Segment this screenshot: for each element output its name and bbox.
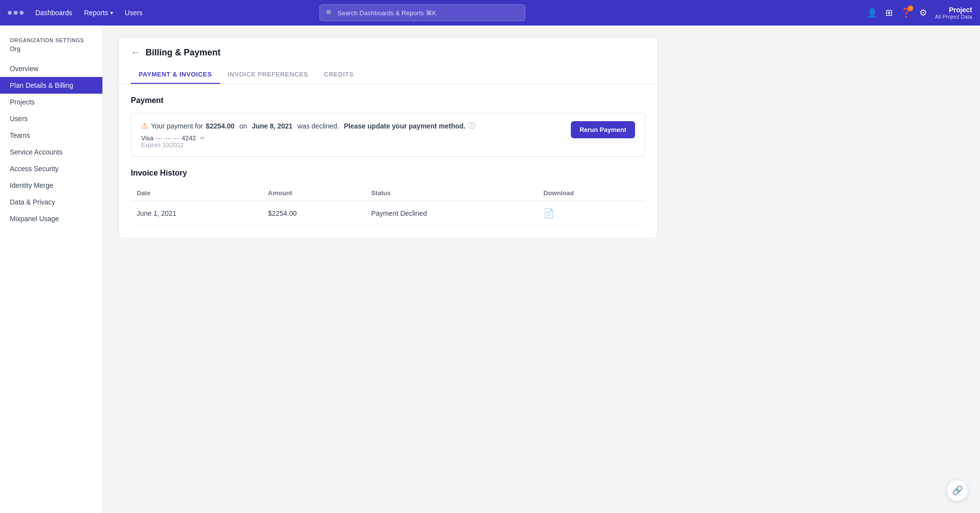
search-placeholder-text: Search Dashboards & Reports ⌘K <box>338 9 437 17</box>
invoice-status: Payment Declined <box>366 201 538 226</box>
alert-content: ⚠ Your payment for $2254.00 on June 8, 2… <box>141 121 563 149</box>
help-icon[interactable]: ❓ 7 <box>901 7 911 18</box>
download-icon[interactable]: 📄 <box>543 208 554 218</box>
payment-alert: ⚠ Your payment for $2254.00 on June 8, 2… <box>131 113 645 157</box>
alert-text-prefix: Your payment for <box>151 122 203 130</box>
alert-amount: $2254.00 <box>206 122 234 130</box>
sidebar-item-mixpanel-usage[interactable]: Mixpanel Usage <box>0 210 102 227</box>
search-icon: 🔍 <box>326 9 334 17</box>
alert-cta: Please update your payment method. <box>344 122 466 130</box>
fab-button[interactable]: 🔗 <box>947 480 968 501</box>
project-switcher[interactable]: Project All Project Data <box>935 6 972 20</box>
col-date: Date <box>131 185 262 201</box>
grid-icon[interactable]: ⊞ <box>885 7 893 18</box>
sidebar-item-users[interactable]: Users <box>0 110 102 127</box>
settings-icon[interactable]: ⚙ <box>919 7 927 18</box>
org-settings-label: ORGANIZATION SETTINGS <box>0 37 102 45</box>
tabs: PAYMENT & INVOICES INVOICE PREFERENCES C… <box>131 66 645 84</box>
invoice-date: June 1, 2021 <box>131 201 262 226</box>
info-icon[interactable]: ⓘ <box>468 122 475 130</box>
invoice-history-title: Invoice History <box>131 169 645 178</box>
nav-users[interactable]: Users <box>125 9 143 17</box>
back-button[interactable]: ← <box>131 48 140 58</box>
page-title: Billing & Payment <box>146 48 220 58</box>
account-icon[interactable]: 👤 <box>867 7 878 18</box>
tab-payment-invoices[interactable]: PAYMENT & INVOICES <box>131 66 220 84</box>
sidebar-item-service-accounts[interactable]: Service Accounts <box>0 144 102 160</box>
payment-section-title: Payment <box>131 96 645 105</box>
visa-expiry: Expires 10/2022 <box>141 142 563 149</box>
content-card: ← Billing & Payment PAYMENT & INVOICES I… <box>119 37 658 238</box>
org-name: Org <box>0 45 102 60</box>
card-title-row: ← Billing & Payment <box>131 48 645 66</box>
nav-reports[interactable]: Reports ▾ <box>84 9 113 17</box>
main-content: ← Billing & Payment PAYMENT & INVOICES I… <box>103 26 980 513</box>
alert-text-suffix: was declined. <box>295 122 341 130</box>
topnav-right-actions: 👤 ⊞ ❓ 7 ⚙ Project All Project Data <box>867 6 972 20</box>
rerun-payment-button[interactable]: Rerun Payment <box>571 121 635 138</box>
nav-dashboards[interactable]: Dashboards <box>35 9 73 17</box>
edit-payment-icon[interactable]: ✏ <box>200 134 205 142</box>
link-icon: 🔗 <box>952 485 963 496</box>
card-body: Payment ⚠ Your payment for $2254.00 on J… <box>119 84 657 238</box>
sidebar-item-identity-merge[interactable]: Identity Merge <box>0 177 102 194</box>
alert-message: ⚠ Your payment for $2254.00 on June 8, 2… <box>141 121 563 130</box>
project-subtitle: All Project Data <box>935 14 972 20</box>
invoice-download-cell: 📄 <box>538 201 645 226</box>
invoice-table: Date Amount Status Download June 1, 2021… <box>131 185 645 226</box>
project-name: Project <box>935 6 972 14</box>
table-header-row: Date Amount Status Download <box>131 185 645 201</box>
tab-credits[interactable]: CREDITS <box>316 66 362 84</box>
invoice-amount: $2254.00 <box>262 201 365 226</box>
alert-text-mid: on <box>238 122 249 130</box>
visa-info: Visa ···· ···· ···· 4242 ✏ <box>141 134 563 142</box>
table-row: June 1, 2021 $2254.00 Payment Declined 📄 <box>131 201 645 226</box>
app-logo <box>8 11 24 15</box>
sidebar: ORGANIZATION SETTINGS Org Overview Plan … <box>0 26 103 513</box>
card-header: ← Billing & Payment PAYMENT & INVOICES I… <box>119 38 657 84</box>
sidebar-item-data-privacy[interactable]: Data & Privacy <box>0 194 102 210</box>
top-navigation: Dashboards Reports ▾ Users 🔍 Search Dash… <box>0 0 980 26</box>
col-amount: Amount <box>262 185 365 201</box>
tab-invoice-preferences[interactable]: INVOICE PREFERENCES <box>220 66 316 84</box>
sidebar-item-access-security[interactable]: Access Security <box>0 160 102 177</box>
search-bar[interactable]: 🔍 Search Dashboards & Reports ⌘K <box>319 4 525 21</box>
col-status: Status <box>366 185 538 201</box>
warning-icon: ⚠ <box>141 121 148 130</box>
sidebar-item-teams[interactable]: Teams <box>0 127 102 144</box>
alert-date: June 8, 2021 <box>252 122 293 130</box>
sidebar-item-plan-billing[interactable]: Plan Details & Billing <box>0 77 102 94</box>
sidebar-item-projects[interactable]: Projects <box>0 94 102 110</box>
sidebar-item-overview[interactable]: Overview <box>0 60 102 77</box>
page-layout: ORGANIZATION SETTINGS Org Overview Plan … <box>0 26 980 513</box>
notification-badge: 7 <box>907 5 913 11</box>
visa-number: Visa ···· ···· ···· 4242 <box>141 134 196 142</box>
col-download: Download <box>538 185 645 201</box>
reports-chevron-icon: ▾ <box>110 10 113 16</box>
